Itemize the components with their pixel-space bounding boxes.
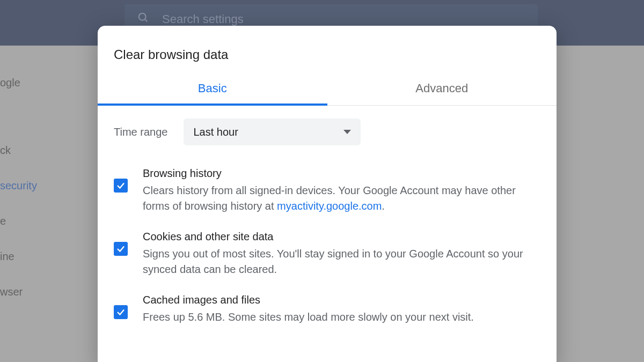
tab-advanced[interactable]: Advanced bbox=[327, 76, 557, 105]
sidebar-item-privacy-security[interactable]: security bbox=[0, 168, 99, 203]
checkbox-cache[interactable] bbox=[114, 305, 128, 319]
search-icon bbox=[137, 12, 149, 27]
svg-line-1 bbox=[145, 19, 148, 21]
option-browsing-history: Browsing history Clears history from all… bbox=[98, 158, 557, 221]
option-desc: Signs you out of most sites. You'll stay… bbox=[143, 246, 535, 277]
sidebar-item[interactable]: ine bbox=[0, 239, 99, 274]
option-title: Cookies and other site data bbox=[143, 229, 535, 245]
time-range-value: Last hour bbox=[193, 126, 238, 138]
option-title: Cached images and files bbox=[143, 292, 474, 308]
dialog-title: Clear browsing data bbox=[98, 47, 557, 76]
sidebar-item[interactable]: e bbox=[0, 203, 99, 239]
option-desc: Clears history from all signed-in device… bbox=[143, 183, 535, 214]
settings-sidebar: ogle ck security e ine wser bbox=[0, 46, 99, 362]
time-range-select[interactable]: Last hour bbox=[184, 119, 361, 145]
option-title: Browsing history bbox=[143, 166, 535, 181]
sidebar-item[interactable]: wser bbox=[0, 274, 99, 309]
svg-point-0 bbox=[139, 13, 146, 20]
time-range-label: Time range bbox=[114, 126, 167, 138]
checkbox-browsing-history[interactable] bbox=[114, 179, 128, 193]
clear-browsing-data-dialog: Clear browsing data Basic Advanced Time … bbox=[98, 26, 557, 362]
sidebar-item[interactable]: ogle bbox=[0, 65, 99, 100]
myactivity-link[interactable]: myactivity.google.com bbox=[277, 200, 382, 212]
search-placeholder: Search settings bbox=[162, 12, 244, 26]
tab-basic[interactable]: Basic bbox=[98, 76, 327, 105]
chevron-down-icon bbox=[343, 130, 351, 134]
checkbox-cookies[interactable] bbox=[114, 242, 128, 256]
option-cache: Cached images and files Frees up 5.6 MB.… bbox=[98, 285, 557, 333]
dialog-tabs: Basic Advanced bbox=[98, 76, 557, 106]
time-range-row: Time range Last hour bbox=[98, 106, 557, 158]
option-desc: Frees up 5.6 MB. Some sites may load mor… bbox=[143, 309, 474, 325]
sidebar-item[interactable]: ck bbox=[0, 132, 99, 168]
option-cookies: Cookies and other site data Signs you ou… bbox=[98, 221, 557, 285]
